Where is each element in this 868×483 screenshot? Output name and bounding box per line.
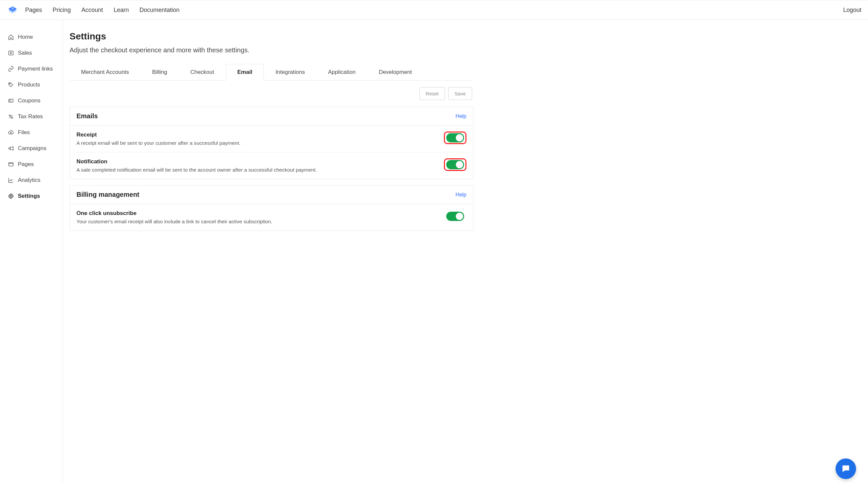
- row-title: Notification: [76, 158, 437, 165]
- save-button[interactable]: Save: [448, 87, 472, 100]
- top-nav: S Pages Pricing Account Learn Documentat…: [0, 0, 868, 20]
- row-title: One click unsubscribe: [76, 210, 437, 217]
- megaphone-icon: [8, 145, 14, 151]
- tabs: Merchant Accounts Billing Checkout Email…: [69, 64, 473, 81]
- row-desc: A receipt email will be sent to your cus…: [76, 140, 437, 146]
- sidebar-item-label: Sales: [18, 50, 32, 56]
- sidebar-item-label: Settings: [18, 193, 40, 199]
- svg-text:S: S: [11, 6, 14, 10]
- tab-billing[interactable]: Billing: [141, 64, 179, 81]
- percent-icon: [8, 114, 14, 120]
- help-link[interactable]: Help: [456, 113, 466, 119]
- sidebar-item-label: Pages: [18, 161, 34, 168]
- tab-email[interactable]: Email: [226, 64, 264, 81]
- sidebar-item-label: Tax Rates: [18, 113, 43, 120]
- toggle-notification[interactable]: [446, 160, 464, 169]
- row-title: Receipt: [76, 132, 437, 138]
- sidebar-item-campaigns[interactable]: Campaigns: [0, 140, 63, 157]
- sidebar-item-tax-rates[interactable]: Tax Rates: [0, 109, 63, 124]
- sidebar-item-products[interactable]: Products: [0, 77, 63, 93]
- main-content: Settings Adjust the checkout experience …: [63, 20, 868, 483]
- topnav-item-pricing[interactable]: Pricing: [53, 7, 71, 13]
- sidebar: Home Sales Payment links Products Coupon…: [0, 20, 63, 483]
- sidebar-item-analytics[interactable]: Analytics: [0, 172, 63, 188]
- toggle-one-click-unsubscribe[interactable]: [446, 212, 464, 221]
- logo: S: [7, 4, 19, 16]
- row-desc: A sale completed notification email will…: [76, 167, 437, 173]
- dollar-box-icon: [8, 50, 14, 56]
- svg-rect-10: [9, 163, 13, 166]
- sidebar-item-label: Payment links: [18, 65, 53, 72]
- panel-billing-management: Billing management Help One click unsubs…: [69, 185, 473, 231]
- sidebar-item-sales[interactable]: Sales: [0, 45, 63, 61]
- svg-point-5: [9, 84, 10, 84]
- reset-button[interactable]: Reset: [420, 87, 445, 100]
- sidebar-item-payment-links[interactable]: Payment links: [0, 61, 63, 77]
- page-title: Settings: [69, 31, 473, 42]
- tab-checkout[interactable]: Checkout: [179, 64, 226, 81]
- link-icon: [8, 66, 14, 72]
- svg-rect-6: [9, 100, 13, 102]
- toggle-wrap: [444, 210, 466, 223]
- sidebar-item-settings[interactable]: Settings: [0, 188, 63, 204]
- svg-point-9: [11, 117, 13, 119]
- panel-title: Emails: [76, 112, 98, 120]
- chat-bubble-button[interactable]: [836, 458, 856, 479]
- sidebar-item-label: Home: [18, 34, 33, 40]
- panel-emails: Emails Help Receipt A receipt email will…: [69, 107, 473, 179]
- sidebar-item-label: Analytics: [18, 177, 40, 183]
- gear-icon: [8, 193, 14, 199]
- tab-merchant-accounts[interactable]: Merchant Accounts: [69, 64, 141, 81]
- setting-row-receipt: Receipt A receipt email will be sent to …: [70, 125, 473, 152]
- sidebar-item-files[interactable]: Files: [0, 124, 63, 140]
- tag-icon: [8, 82, 14, 88]
- logout-link[interactable]: Logout: [843, 7, 861, 13]
- sidebar-item-coupons[interactable]: Coupons: [0, 93, 63, 109]
- tab-application[interactable]: Application: [316, 64, 367, 81]
- sidebar-item-home[interactable]: Home: [0, 29, 63, 45]
- chat-icon: [841, 464, 851, 474]
- page-subtitle: Adjust the checkout experience and more …: [69, 47, 473, 54]
- cloud-up-icon: [8, 130, 14, 136]
- window-icon: [8, 161, 14, 167]
- topnav-item-learn[interactable]: Learn: [114, 7, 129, 13]
- svg-point-12: [10, 195, 12, 197]
- sidebar-item-label: Coupons: [18, 97, 40, 104]
- ticket-icon: [8, 98, 14, 104]
- setting-row-one-click-unsubscribe: One click unsubscribe Your customer's em…: [70, 204, 473, 231]
- setting-row-notification: Notification A sale completed notificati…: [70, 152, 473, 179]
- svg-line-7: [9, 115, 12, 118]
- sidebar-item-pages[interactable]: Pages: [0, 157, 63, 172]
- topnav-item-pages[interactable]: Pages: [25, 7, 42, 13]
- svg-point-8: [9, 115, 10, 116]
- tab-development[interactable]: Development: [367, 64, 424, 81]
- topnav-item-documentation[interactable]: Documentation: [140, 7, 179, 13]
- home-icon: [8, 34, 14, 40]
- help-link[interactable]: Help: [456, 192, 466, 198]
- sidebar-item-label: Campaigns: [18, 145, 46, 152]
- topnav-item-account[interactable]: Account: [82, 7, 103, 13]
- row-desc: Your customer's email receipt will also …: [76, 219, 437, 225]
- top-nav-items: Pages Pricing Account Learn Documentatio…: [25, 7, 179, 13]
- actions-row: Reset Save: [69, 87, 473, 100]
- sidebar-item-label: Files: [18, 129, 30, 136]
- tab-integrations[interactable]: Integrations: [264, 64, 316, 81]
- logo-icon: S: [7, 4, 19, 16]
- sidebar-item-label: Products: [18, 82, 40, 88]
- highlight-annotation: [444, 158, 466, 171]
- highlight-annotation: [444, 132, 466, 144]
- panel-title: Billing management: [76, 191, 140, 198]
- chart-line-icon: [8, 177, 14, 183]
- toggle-receipt[interactable]: [446, 133, 464, 142]
